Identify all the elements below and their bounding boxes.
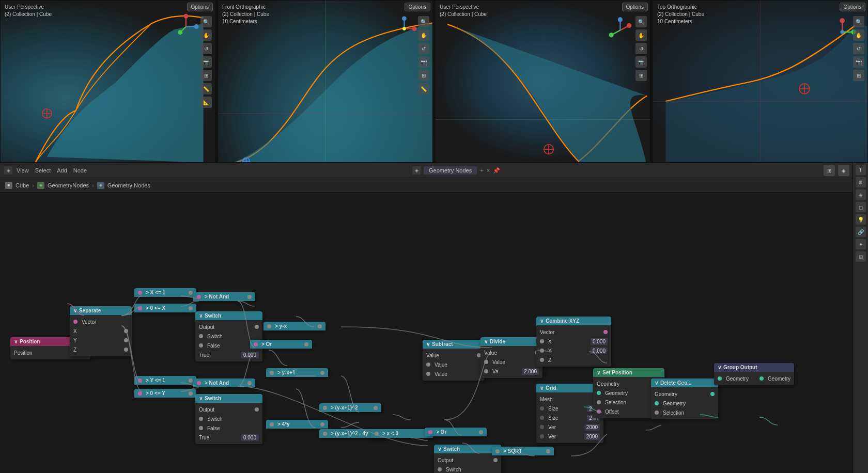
node-sqrt: > SQRT xyxy=(492,447,554,455)
node-subtract-header[interactable]: ∨ Subtract xyxy=(423,340,485,349)
toolbar-add[interactable]: Add xyxy=(55,166,69,175)
vp4-label: Top Orthographic (2) Collection | Cube 1… xyxy=(657,4,704,25)
node-groupoutput-header[interactable]: ∨ Group Output xyxy=(714,363,794,372)
vp4-options-btn[interactable]: Options xyxy=(840,3,865,11)
vp1-grid[interactable]: ⊞ xyxy=(200,70,212,81)
socket-sep-z-out xyxy=(124,348,128,352)
socket-sw3-out xyxy=(493,458,498,462)
node-deletegeo-header[interactable]: ∨ Delete Geo... xyxy=(651,379,718,387)
toolbar-select[interactable]: Select xyxy=(33,166,53,175)
vp1-rotate[interactable]: ↺ xyxy=(200,43,212,54)
socket-sw1-switch-in xyxy=(199,334,203,338)
socket-sw2-out xyxy=(255,407,259,412)
node-yminusx: > y-x xyxy=(264,322,326,330)
node-type-icon: ◈ xyxy=(412,166,421,175)
node-canvas[interactable]: .conn-gray { stroke: #888; stroke-width:… xyxy=(0,193,868,473)
toolbar-view[interactable]: View xyxy=(14,166,31,175)
toolbar-node[interactable]: Node xyxy=(71,166,89,175)
node-switch3: ∨ Switch Output Switch False Tr xyxy=(434,445,501,473)
breadcrumb-cube[interactable]: Cube xyxy=(16,182,29,188)
vp2-pan[interactable]: ✋ xyxy=(418,29,429,41)
sidebar-icon-tool3[interactable]: ◈ xyxy=(856,190,866,200)
vp3-grid[interactable]: ⊞ xyxy=(636,70,647,81)
node-setposition-header[interactable]: ∨ Set Position xyxy=(593,368,664,377)
node-switch2-header[interactable]: ∨ Switch xyxy=(195,394,262,403)
vp3-camera[interactable]: 📷 xyxy=(636,56,647,68)
tab-new-btn[interactable]: + xyxy=(480,167,483,174)
breadcrumb-gnodes[interactable]: GeometryNodes xyxy=(48,182,89,188)
sidebar-icon-tool7[interactable]: ✦ xyxy=(856,239,866,249)
node-xlt0-header[interactable]: > x < 0 xyxy=(371,429,433,438)
vp2-measure[interactable]: 📏 xyxy=(418,83,429,94)
vp3-zoom[interactable]: 🔍 xyxy=(636,16,647,27)
vp1-ruler[interactable]: 📐 xyxy=(200,97,212,108)
center-tab[interactable]: Geometry Nodes xyxy=(424,166,477,175)
node-sep-y-row: Y xyxy=(70,336,132,345)
tab-close-btn[interactable]: × xyxy=(487,167,490,174)
node-yminusx1-header[interactable]: > y-x+1 xyxy=(266,368,328,377)
vp2-options-btn[interactable]: Options xyxy=(405,3,430,11)
tab-pin-btn[interactable]: 📌 xyxy=(493,167,500,174)
node-sq: > (y-x+1)^2 xyxy=(319,403,381,412)
node-divide-header[interactable]: ∨ Divide xyxy=(481,337,542,346)
vp4-camera[interactable]: 📷 xyxy=(853,56,864,68)
vp4-zoom[interactable]: 🔍 xyxy=(853,16,864,27)
sidebar-icon-tool1[interactable]: T xyxy=(856,165,866,175)
vp3-rotate[interactable]: ↺ xyxy=(636,43,647,54)
node-divide-body: Value Value Va 2.000 xyxy=(481,346,542,378)
breadcrumb-title[interactable]: Geometry Nodes xyxy=(107,182,150,188)
vp2-grid[interactable]: ⊞ xyxy=(418,70,429,81)
vp4-pan[interactable]: ✋ xyxy=(853,29,864,41)
node-yle1-header[interactable]: > Y <= 1 xyxy=(134,376,196,385)
node-or1-header[interactable]: > Or xyxy=(250,340,312,349)
vp3-options-btn[interactable]: Options xyxy=(622,3,648,11)
node-combinexyz-header[interactable]: ∨ Combine XYZ xyxy=(536,317,611,325)
vp3-label: User Perspective (2) Collection | Cube xyxy=(440,4,487,18)
node-or1: > Or xyxy=(250,340,312,349)
vp1-camera[interactable]: 📷 xyxy=(200,56,212,68)
sidebar-icon-tool4[interactable]: ◻ xyxy=(856,202,866,212)
vp1-measure[interactable]: 📏 xyxy=(200,83,212,94)
vp1-label: User Perspective (2) Collection | Cube xyxy=(5,4,52,18)
sidebar-icon-tool5[interactable]: 💡 xyxy=(856,214,866,225)
node-subtract: ∨ Subtract Value Value Value xyxy=(423,340,485,381)
sidebar-icon-tool2[interactable]: ⚙ xyxy=(856,177,866,187)
node-switch1-header[interactable]: ∨ Switch xyxy=(195,311,262,320)
vp3-pan[interactable]: ✋ xyxy=(636,29,647,41)
node-deletegeo-body: Geometry Geometry Selection xyxy=(651,387,718,419)
node-or3-header[interactable]: > Or xyxy=(425,428,487,436)
node-switch3-body: Output Switch False Tr 0.000 xyxy=(434,453,501,473)
socket-combxyz-y-in xyxy=(540,349,544,353)
node-notand1-header[interactable]: > Not And xyxy=(193,292,255,301)
node-or3: > Or xyxy=(425,428,487,436)
node-yle1: > Y <= 1 xyxy=(134,376,196,385)
vp2-rotate[interactable]: ↺ xyxy=(418,43,429,54)
node-x0lex-header[interactable]: > 0 <= X xyxy=(134,304,196,312)
node-sq-header[interactable]: > (y-x+1)^2 xyxy=(319,403,381,412)
breadcrumb-gnodes-icon: ◈ xyxy=(37,182,44,189)
vp1-zoom[interactable]: 🔍 xyxy=(200,16,212,27)
node-0ley-header[interactable]: > 0 <= Y xyxy=(134,389,196,398)
sidebar-icon-tool6[interactable]: 🔗 xyxy=(856,227,866,237)
socket-0ley-out xyxy=(189,391,193,396)
sidebar-icon-tool8[interactable]: ⊞ xyxy=(856,251,866,262)
viewport-1-canvas xyxy=(1,1,215,162)
node-foury-header[interactable]: > 4*y xyxy=(266,420,328,429)
vp4-rotate[interactable]: ↺ xyxy=(853,43,864,54)
node-overlay-btn[interactable]: ⊞ xyxy=(824,165,835,176)
vp2-zoom[interactable]: 🔍 xyxy=(418,16,429,27)
node-display-btn[interactable]: ◈ xyxy=(838,165,849,176)
vp4-grid[interactable]: ⊞ xyxy=(853,70,864,81)
socket-x0lex-out xyxy=(189,306,193,310)
node-sqrt-header[interactable]: > SQRT xyxy=(492,447,554,455)
node-yminusx-header[interactable]: > y-x xyxy=(264,322,326,330)
node-notand2-header[interactable]: > Not And xyxy=(193,379,255,387)
node-switch3-header[interactable]: ∨ Switch xyxy=(434,445,501,453)
vp1-options-btn[interactable]: Options xyxy=(187,3,213,11)
node-xle1-header[interactable]: > X <= 1 xyxy=(134,288,196,297)
socket-yle1-out xyxy=(189,379,193,383)
vp1-pan[interactable]: ✋ xyxy=(200,29,212,41)
node-sw2-false-row: False xyxy=(195,423,262,433)
node-separate-header[interactable]: ∨ Separate xyxy=(70,306,132,315)
vp2-camera[interactable]: 📷 xyxy=(418,56,429,68)
